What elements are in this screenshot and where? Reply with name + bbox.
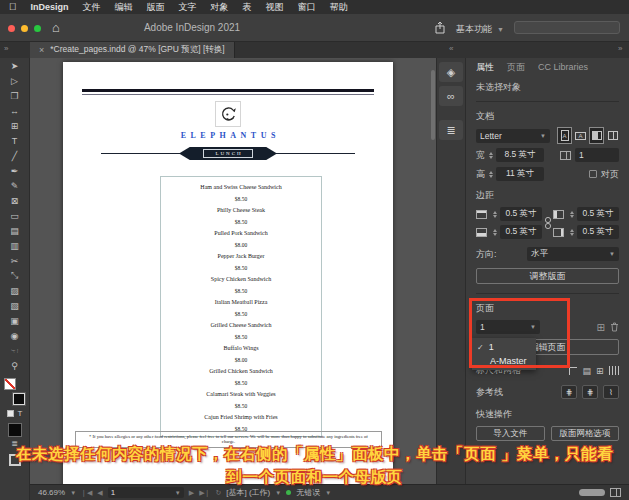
rulers-icon[interactable] — [569, 367, 577, 375]
color-theme-tool[interactable]: ◉ — [4, 328, 26, 343]
spread-view-icon[interactable] — [610, 488, 621, 497]
direction-dropdown[interactable]: 水平▼ — [527, 247, 619, 261]
height-field[interactable]: 11 英寸 — [496, 167, 544, 181]
note-tool[interactable]: ▣ — [4, 313, 26, 328]
zoom-level[interactable]: 46.69% — [38, 488, 65, 497]
chevron-down-icon[interactable]: ▼ — [275, 490, 281, 496]
selection-tool[interactable]: ➤ — [4, 58, 26, 73]
menubar-item[interactable]: 帮助 — [330, 1, 348, 14]
close-window-button[interactable] — [8, 25, 15, 32]
document-canvas[interactable]: ELEPHANTUS LUNCH Ham and Swiss Cheese Sa… — [30, 58, 436, 484]
gap-tool[interactable]: ↔ — [4, 103, 26, 118]
app-menu[interactable]: InDesign — [31, 2, 69, 12]
page-tool[interactable]: ❐ — [4, 88, 26, 103]
layout-grid-options-button[interactable]: 版面网格选项 — [551, 426, 620, 441]
facing-pages-checkbox[interactable] — [589, 170, 597, 178]
adjust-layout-button[interactable]: 调整版面 — [476, 268, 619, 284]
panel-expand-icon[interactable]: » — [618, 44, 622, 53]
link-margins-icon[interactable] — [542, 207, 553, 239]
links-panel-icon[interactable]: ∞ — [439, 86, 463, 106]
document-grid-icon[interactable]: ⊞ — [596, 366, 604, 376]
vertical-grid-tool[interactable]: ▥ — [4, 238, 26, 253]
orientation-portrait-button[interactable]: A — [558, 128, 571, 143]
stroke-panel-icon[interactable]: ≣ — [439, 120, 463, 140]
rectangle-tool[interactable]: ▭ — [4, 208, 26, 223]
orientation-landscape-button[interactable]: A — [574, 128, 587, 143]
import-file-button[interactable]: 导入文件 — [476, 426, 545, 441]
tab-cc-libraries[interactable]: CC Libraries — [538, 62, 588, 72]
apple-menu-icon[interactable]:  — [9, 2, 17, 12]
zoom-window-button[interactable] — [34, 25, 41, 32]
menubar-item[interactable]: 编辑 — [115, 1, 133, 14]
page-size-dropdown[interactable]: Letter▼ — [476, 129, 550, 143]
menubar-item[interactable]: 文字 — [179, 1, 197, 14]
margin-top-field[interactable]: 0.5 英寸 — [500, 207, 542, 221]
scissors-tool[interactable]: ✂ — [4, 253, 26, 268]
pages-count-field[interactable]: 1 — [575, 148, 619, 162]
tab-properties[interactable]: 属性 — [476, 61, 494, 74]
workspace-switcher[interactable]: 基本功能 ▼ — [456, 23, 504, 36]
page-select-dropdown[interactable]: 1▼ — [476, 320, 540, 334]
menu-option-a-master[interactable]: A-Master — [472, 354, 536, 368]
search-input[interactable] — [514, 21, 620, 34]
fill-none-swatch[interactable] — [4, 378, 16, 390]
gradient-tool[interactable]: ▨ — [4, 283, 26, 298]
formatting-affects-container-icon[interactable] — [7, 410, 14, 417]
width-field[interactable]: 8.5 英寸 — [496, 148, 544, 162]
margin-bottom-field[interactable]: 0.5 英寸 — [500, 225, 542, 239]
column-grid-icon[interactable] — [609, 366, 620, 375]
delete-page-icon[interactable] — [610, 322, 619, 332]
baseline-grid-icon[interactable]: ▤ — [582, 366, 591, 376]
width-stepper[interactable] — [487, 152, 494, 159]
last-page-button[interactable]: ▶❘ — [199, 489, 210, 497]
formatting-affects-text-icon[interactable]: T — [18, 409, 23, 418]
chevron-down-icon[interactable]: ▼ — [325, 490, 331, 496]
stroke-color-swatch[interactable] — [13, 393, 25, 405]
dock-collapse-icon[interactable]: « — [449, 44, 453, 53]
pencil-tool[interactable]: ✎ — [4, 178, 26, 193]
document-tab[interactable]: × *Create_pages.indd @ 47% [GPU 预览] [转换] — [30, 42, 235, 58]
vertical-scrollbar[interactable] — [431, 70, 435, 140]
preflight-status[interactable]: 无错误 — [296, 487, 320, 498]
type-tool[interactable]: T — [4, 133, 26, 148]
first-page-button[interactable]: ❘◀ — [81, 489, 92, 497]
margin-right-field[interactable]: 0.5 英寸 — [577, 225, 619, 239]
home-icon[interactable]: ⌂ — [52, 20, 60, 35]
horizontal-grid-tool[interactable]: ▤ — [4, 223, 26, 238]
menubar-item[interactable]: 表 — [243, 1, 252, 14]
margin-left-field[interactable]: 0.5 英寸 — [577, 207, 619, 221]
binding-rtl-button[interactable] — [606, 128, 619, 143]
height-stepper[interactable] — [487, 171, 494, 178]
gradient-feather-tool[interactable]: ▧ — [4, 298, 26, 313]
frame-tool[interactable]: ⊠ — [4, 193, 26, 208]
menubar-item[interactable]: 视图 — [266, 1, 284, 14]
menubar-item[interactable]: 对象 — [211, 1, 229, 14]
smart-guides-icon[interactable]: ⌇ — [603, 385, 619, 399]
line-tool[interactable]: ╱ — [4, 148, 26, 163]
free-transform-tool[interactable]: ⤡ — [4, 268, 26, 283]
add-page-icon[interactable]: ⊞ — [597, 322, 605, 333]
menubar-item[interactable]: 文件 — [83, 1, 101, 14]
lock-guides-icon[interactable]: ⋕ — [582, 385, 598, 399]
menubar-item[interactable]: 版面 — [147, 1, 165, 14]
hand-tool[interactable]: ☜ — [4, 343, 26, 358]
minimize-window-button[interactable] — [21, 25, 28, 32]
share-icon[interactable] — [434, 21, 446, 34]
binding-ltr-button[interactable] — [590, 128, 603, 143]
apply-color-button[interactable] — [8, 423, 22, 437]
zoom-tool[interactable]: ⚲ — [4, 358, 26, 373]
menu-option-page1[interactable]: ✓ 1 — [472, 340, 536, 354]
previous-page-button[interactable]: ◀ — [97, 489, 102, 497]
direct-selection-tool[interactable]: ▷ — [4, 73, 26, 88]
menubar-item[interactable]: 窗口 — [298, 1, 316, 14]
next-page-button[interactable]: ▶ — [189, 489, 194, 497]
preflight-profile[interactable]: [基本] (工作) — [226, 487, 270, 498]
chevron-down-icon[interactable]: ▼ — [70, 490, 76, 496]
tab-pages[interactable]: 页面 — [507, 61, 525, 74]
show-guides-icon[interactable]: ⋕ — [561, 385, 577, 399]
close-tab-icon[interactable]: × — [39, 45, 44, 55]
horizontal-scrollbar[interactable] — [579, 489, 605, 496]
document-page[interactable]: ELEPHANTUS LUNCH Ham and Swiss Cheese Sa… — [63, 62, 393, 484]
layers-panel-icon[interactable]: ◈ — [439, 62, 463, 82]
fill-stroke-swatches[interactable] — [4, 378, 26, 406]
